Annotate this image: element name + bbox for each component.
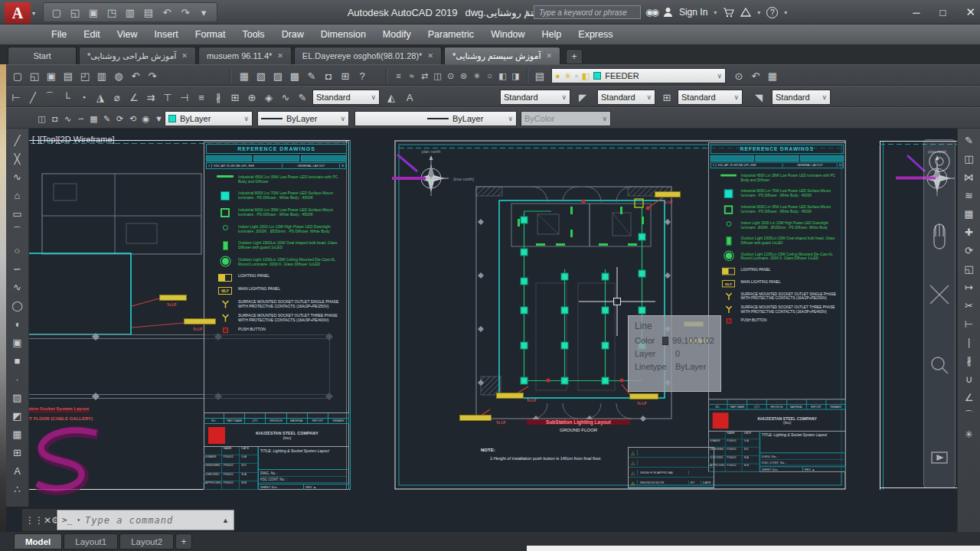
open-file-icon[interactable]: ◱ — [26, 67, 43, 84]
navigation-bar[interactable] — [923, 139, 956, 488]
viewport-controls[interactable]: [-][Top][2D Wireframe] — [32, 135, 115, 144]
multileader-style-icon[interactable]: ◤ — [574, 89, 591, 106]
dimension-style-flag-icon[interactable]: ◭ — [383, 89, 400, 106]
revision-cloud-icon[interactable]: ∽ — [8, 259, 27, 278]
jogged-linear-icon[interactable]: ∿ — [277, 89, 294, 106]
break-icon[interactable]: ∦ — [960, 351, 978, 370]
ordinate-dimension-icon[interactable]: └ — [58, 89, 75, 106]
aligned-dimension-icon[interactable]: ╱ — [24, 89, 41, 106]
break-at-point-icon[interactable]: ∣ — [960, 333, 978, 351]
hatch-icon[interactable]: ▨ — [8, 388, 27, 406]
new-layout-button[interactable]: + — [175, 533, 192, 549]
layer-match-icon[interactable]: ≈ — [405, 67, 418, 84]
fillet-icon[interactable]: ⌒ — [960, 406, 978, 425]
erase-icon[interactable]: ✎ — [960, 131, 978, 149]
construction-line-icon[interactable]: ╳ — [8, 149, 27, 168]
light-fixture[interactable] — [602, 307, 609, 314]
minimize-button[interactable]: ─ — [913, 7, 920, 18]
app-store-cart-icon[interactable] — [723, 8, 734, 18]
light-fixture[interactable] — [561, 307, 568, 314]
change-to-current-layer-icon[interactable]: ⇄ — [418, 67, 431, 84]
polyline-icon[interactable]: ∿ — [8, 168, 27, 186]
stretch-icon[interactable]: ↦ — [960, 278, 978, 296]
table-style-icon[interactable]: ⊞ — [658, 89, 675, 106]
spline-edit-icon[interactable]: ∽ — [74, 110, 87, 127]
explode-icon[interactable]: ✳ — [960, 425, 978, 443]
undo-icon[interactable]: ↶ — [158, 4, 175, 21]
save-icon[interactable]: ▣ — [85, 4, 102, 21]
linetype-dropdown[interactable]: ByLayer ∨ — [257, 111, 349, 126]
region-icon[interactable]: ▦ — [8, 425, 27, 443]
wall-light-fixture[interactable] — [536, 243, 545, 246]
purge-icon[interactable]: ▼ — [152, 110, 165, 127]
light-fixture[interactable] — [521, 217, 528, 223]
layer-lock-icon[interactable]: ◧ — [582, 71, 590, 81]
file-tab[interactable]: EL.Dayereye osghofi(98.01.28)*✕ — [294, 47, 442, 64]
copy-to-layer-icon[interactable]: ◫ — [431, 67, 444, 84]
radius-dimension-icon[interactable]: ◔ — [75, 89, 92, 106]
text-style-a-icon[interactable]: A — [401, 89, 418, 106]
point-icon[interactable]: ∙ — [8, 370, 27, 388]
layout-tab-layout1[interactable]: Layout1 — [64, 533, 118, 549]
file-tab[interactable]: musuem 96.11.4*✕ — [198, 47, 292, 64]
layer-walk-icon[interactable]: ≡ — [392, 67, 405, 84]
make-object-layer-current-icon[interactable]: ⊙ — [730, 67, 747, 84]
menu-insert[interactable]: Insert — [146, 24, 187, 44]
chevron-down-icon[interactable]: ∨ — [646, 93, 652, 101]
search-icon[interactable]: ◉◉ — [645, 7, 657, 18]
menu-tools[interactable]: Tools — [234, 24, 273, 44]
menu-draw[interactable]: Draw — [273, 24, 312, 44]
polyline-edit-icon[interactable]: ∿ — [61, 110, 74, 127]
cell-style-dropdown[interactable]: Standard ∨ — [772, 90, 831, 105]
properties-palette-icon[interactable]: ▦ — [236, 67, 253, 84]
cell-style-icon[interactable]: ◥ — [750, 89, 767, 106]
layout-tab-model[interactable]: Model — [14, 533, 62, 549]
arc-icon[interactable]: ⌒ — [8, 223, 27, 241]
match-properties-icon[interactable]: ✎ — [100, 110, 113, 127]
print-icon[interactable]: ▤ — [140, 4, 157, 21]
wall-light-fixture[interactable] — [570, 207, 573, 214]
close-tab-icon[interactable]: ✕ — [427, 52, 433, 60]
gradient-icon[interactable]: ◩ — [8, 406, 27, 425]
search-expand-icon[interactable]: ▸ — [526, 8, 530, 15]
layer-lock-icon[interactable]: ◧ — [496, 67, 509, 84]
close-command-icon[interactable]: ✕ — [44, 515, 51, 526]
spline-icon[interactable]: ∿ — [8, 278, 27, 296]
wall-light-fixture[interactable] — [599, 243, 608, 246]
multiline-text-icon[interactable]: A — [8, 461, 27, 480]
menu-view[interactable]: View — [109, 24, 146, 44]
lineweight-dropdown[interactable]: ByLayer ∨ — [354, 111, 517, 126]
light-fixture[interactable] — [639, 233, 645, 240]
chamfer-icon[interactable]: ∠ — [960, 388, 978, 406]
layer-freeze-icon[interactable]: ✳ — [470, 67, 483, 84]
wall-light-fixture[interactable] — [642, 217, 644, 224]
center-mark-icon[interactable]: ⊕ — [243, 89, 260, 106]
close-tab-icon[interactable]: ✕ — [277, 52, 283, 60]
file-tab[interactable]: آموزش سیستم روشنایی*✕ — [444, 47, 560, 64]
dim-style-dropdown[interactable]: Standard ∨ — [312, 90, 380, 105]
command-input[interactable]: >_ ▾ Type a command ▲ — [57, 510, 234, 530]
new-drawing-tab-button[interactable]: + — [566, 49, 583, 64]
linear-dimension-icon[interactable]: ⊢ — [8, 89, 24, 106]
line-icon[interactable]: ╱ — [8, 131, 27, 149]
menu-parametric[interactable]: Parametric — [420, 24, 482, 44]
continue-dimension-icon[interactable]: ⊣ — [176, 89, 193, 106]
light-fixture[interactable] — [521, 377, 528, 384]
chevron-down-icon[interactable]: ∨ — [822, 93, 827, 101]
chevron-down-icon[interactable]: ∨ — [561, 93, 567, 101]
menu-dimension[interactable]: Dimension — [312, 24, 374, 44]
plot-icon[interactable]: ▥ — [122, 4, 139, 21]
help-icon[interactable]: ? — [354, 67, 371, 84]
mleader-style-dropdown[interactable]: Standard ∨ — [597, 90, 655, 105]
sign-in-button[interactable]: Sign In — [679, 7, 707, 18]
drag-grip-icon[interactable]: ⋮⋮ — [25, 515, 44, 526]
application-menu-button[interactable]: A ▾ — [5, 2, 37, 24]
layer-unisolate-icon[interactable]: ⊚ — [457, 67, 470, 84]
save-icon[interactable]: ▣ — [43, 67, 60, 84]
inspection-icon[interactable]: ◈ — [260, 89, 277, 106]
light-fixture[interactable] — [561, 273, 568, 280]
offset-icon[interactable]: ≋ — [960, 186, 978, 204]
menu-modify[interactable]: Modify — [374, 24, 420, 44]
command-history-icon[interactable]: ▲ — [222, 517, 229, 524]
quick-calc-icon[interactable]: ⊞ — [337, 67, 354, 84]
